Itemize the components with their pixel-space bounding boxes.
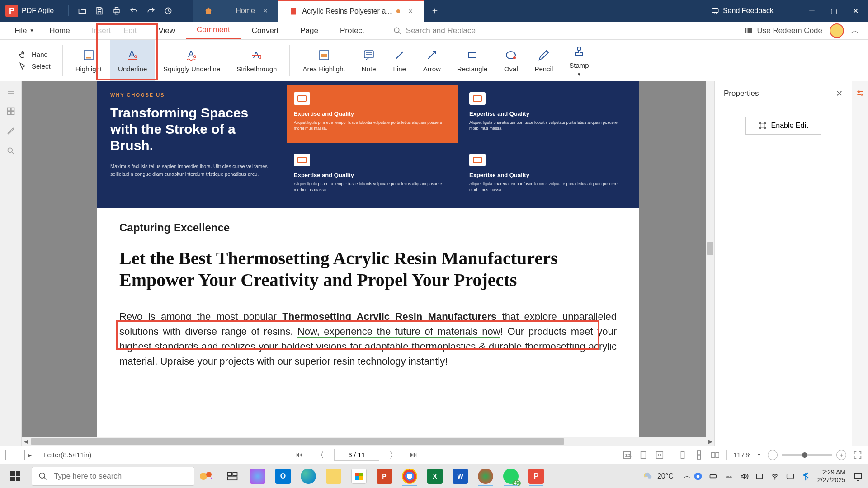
scrollbar-thumb[interactable] bbox=[707, 242, 713, 255]
strikethrough-tool[interactable]: Aa Strikethrough bbox=[228, 40, 285, 81]
scrollbar-thumb[interactable] bbox=[31, 438, 564, 445]
scroll-right-icon[interactable]: ▶ bbox=[706, 438, 714, 445]
note-tool[interactable]: Note bbox=[354, 40, 384, 81]
rectangle-tool[interactable]: Rectangle bbox=[449, 40, 496, 81]
select-tool[interactable]: Select bbox=[18, 62, 51, 71]
fit-page-icon[interactable] bbox=[638, 450, 648, 460]
taskbar-app-chrome[interactable] bbox=[399, 465, 420, 487]
print-icon[interactable] bbox=[112, 6, 121, 15]
tab-close-icon[interactable]: × bbox=[263, 6, 268, 16]
open-icon[interactable] bbox=[78, 6, 87, 15]
network-icon[interactable] bbox=[755, 472, 764, 481]
taskbar-search-input[interactable] bbox=[54, 472, 188, 481]
tab-close-icon[interactable]: × bbox=[408, 7, 413, 16]
settings-icon[interactable] bbox=[856, 89, 865, 98]
horizontal-scrollbar[interactable]: ◀ ▶ bbox=[22, 437, 714, 446]
taskbar-app-explorer[interactable] bbox=[323, 465, 344, 487]
last-page-button[interactable]: ⏭ bbox=[407, 450, 421, 460]
minimize-button[interactable]: ─ bbox=[801, 0, 823, 22]
close-panel-icon[interactable]: ✕ bbox=[836, 89, 843, 99]
menu-edit[interactable]: Edit bbox=[113, 22, 147, 39]
taskbar-search[interactable] bbox=[32, 467, 194, 486]
redeem-code-button[interactable]: Use Redeem Code bbox=[744, 26, 822, 35]
home-quick-icon[interactable] bbox=[164, 6, 173, 15]
fullscreen-icon[interactable] bbox=[853, 450, 863, 460]
pencil-tool[interactable]: Pencil bbox=[526, 40, 561, 81]
menu-protect[interactable]: Protect bbox=[329, 22, 375, 39]
search-panel-icon[interactable] bbox=[6, 146, 15, 155]
taskbar-app-copilot[interactable] bbox=[247, 465, 269, 487]
squiggly-underline-tool[interactable]: Aa Squiggly Underline bbox=[155, 40, 228, 81]
first-page-button[interactable]: ⏮ bbox=[292, 450, 306, 460]
maximize-button[interactable]: ▢ bbox=[823, 0, 844, 22]
user-avatar[interactable] bbox=[830, 23, 844, 38]
underline-tool[interactable]: Aa Underline bbox=[110, 40, 155, 81]
zoom-out-button[interactable]: − bbox=[768, 450, 778, 460]
expand-left-button[interactable]: ▸ bbox=[24, 450, 35, 460]
stamp-tool[interactable]: Stamp ▼ bbox=[561, 40, 597, 81]
annotations-icon[interactable] bbox=[6, 127, 15, 136]
line-tool[interactable]: Line bbox=[384, 40, 415, 81]
fit-width-icon[interactable] bbox=[655, 450, 665, 460]
single-page-icon[interactable] bbox=[678, 450, 688, 460]
wifi-icon[interactable] bbox=[770, 472, 779, 481]
language-icon[interactable] bbox=[786, 472, 795, 481]
new-tab-button[interactable] bbox=[424, 0, 446, 22]
actual-size-icon[interactable]: 1:1 bbox=[622, 450, 632, 460]
tray-expand-icon[interactable]: ︿ bbox=[684, 471, 691, 481]
page-number-input[interactable] bbox=[334, 449, 379, 461]
thumbnails-icon[interactable] bbox=[6, 107, 15, 116]
search-box[interactable]: Search and Replace bbox=[393, 26, 476, 35]
notifications-icon[interactable] bbox=[853, 471, 863, 482]
taskbar-app-pdfagile[interactable]: P bbox=[525, 465, 547, 487]
two-page-icon[interactable] bbox=[710, 450, 720, 460]
menu-home[interactable]: Home bbox=[38, 22, 80, 39]
zoom-slider[interactable] bbox=[782, 454, 832, 456]
save-icon[interactable] bbox=[95, 6, 104, 15]
vertical-scrollbar[interactable] bbox=[706, 81, 714, 437]
taskbar-app-powerpoint[interactable]: P bbox=[373, 465, 395, 487]
battery-icon[interactable] bbox=[709, 472, 718, 481]
chrome-tray-icon[interactable] bbox=[693, 472, 703, 481]
taskbar-app-whatsapp[interactable]: 46 bbox=[500, 465, 522, 487]
prev-page-button[interactable]: 〈 bbox=[313, 450, 327, 460]
onedrive-icon[interactable] bbox=[724, 472, 733, 481]
menu-convert[interactable]: Convert bbox=[241, 22, 290, 39]
body-paragraph[interactable]: Revo is among the most popular Thermoset… bbox=[119, 309, 617, 369]
menu-comment[interactable]: Comment bbox=[186, 22, 241, 39]
menu-page[interactable]: Page bbox=[289, 22, 329, 39]
arrow-tool[interactable]: Arrow bbox=[415, 40, 449, 81]
weather-widget[interactable]: 20°C bbox=[641, 470, 674, 483]
oval-tool[interactable]: Oval bbox=[495, 40, 526, 81]
bookmarks-icon[interactable] bbox=[6, 87, 15, 96]
volume-icon[interactable] bbox=[740, 472, 749, 481]
taskbar-app-excel[interactable]: X bbox=[424, 465, 446, 487]
hand-tool[interactable]: Hand bbox=[18, 50, 51, 59]
taskbar-app-word[interactable]: W bbox=[449, 465, 471, 487]
scroll-left-icon[interactable]: ◀ bbox=[22, 438, 30, 445]
send-feedback-button[interactable]: Send Feedback bbox=[706, 7, 779, 15]
taskbar-app-generic[interactable] bbox=[475, 465, 496, 487]
tab-home[interactable]: Home × bbox=[193, 0, 278, 22]
taskbar-clock[interactable]: 2:29 AM 2/27/2025 bbox=[817, 469, 845, 484]
undo-icon[interactable] bbox=[129, 6, 138, 15]
document-scroll[interactable]: WHY CHOOSE US Transforming Spaces with t… bbox=[22, 81, 714, 437]
taskbar-app-outlook[interactable]: O bbox=[272, 465, 294, 487]
menu-file[interactable]: File▼ bbox=[4, 22, 38, 39]
taskbar-app-edge[interactable] bbox=[297, 465, 319, 487]
taskbar-app-store[interactable] bbox=[348, 465, 370, 487]
collapse-ribbon-button[interactable]: ︿ bbox=[851, 25, 859, 36]
zoom-level-label[interactable]: 117% bbox=[733, 451, 750, 459]
task-view-button[interactable] bbox=[222, 465, 243, 487]
continuous-icon[interactable] bbox=[694, 450, 704, 460]
enable-edit-button[interactable]: Enable Edit bbox=[745, 117, 821, 135]
area-highlight-tool[interactable]: Area Highlight bbox=[294, 40, 353, 81]
bluetooth-icon[interactable] bbox=[801, 472, 810, 481]
start-button[interactable] bbox=[2, 464, 29, 488]
tab-document[interactable]: Acrylic Resins Polyester a... × bbox=[278, 0, 424, 22]
menu-view[interactable]: View bbox=[148, 22, 186, 39]
highlight-tool[interactable]: Highlight bbox=[67, 40, 110, 81]
collapse-left-button[interactable]: − bbox=[5, 450, 16, 460]
zoom-in-button[interactable]: + bbox=[836, 450, 846, 460]
next-page-button[interactable]: 〉 bbox=[387, 450, 400, 460]
